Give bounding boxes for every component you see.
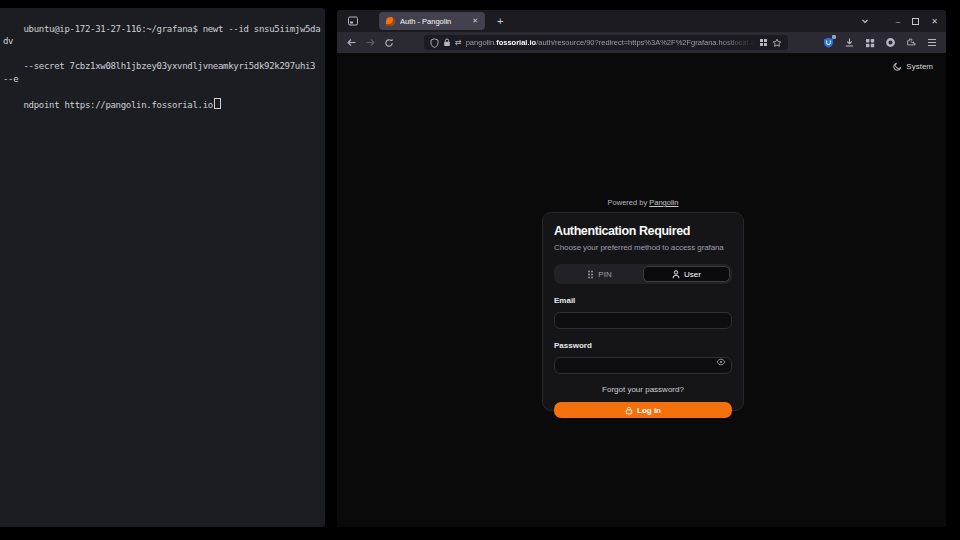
card-subtitle: Choose your preferred method to access g… — [554, 243, 732, 252]
new-tab-button[interactable]: + — [497, 16, 503, 27]
downloads-icon[interactable] — [844, 37, 855, 48]
login-lock-icon — [625, 406, 633, 415]
url-domain: fossorial.io — [496, 38, 536, 47]
theme-toggle[interactable]: System — [893, 62, 933, 71]
password-field[interactable] — [554, 357, 732, 374]
auth-column: Powered by Pangolin Authentication Requi… — [542, 198, 744, 411]
toolbar-extension-icons — [823, 37, 937, 48]
browser-toolbar: ⇄ pangolin.fossorial.io/auth/resource/90… — [337, 32, 946, 53]
desktop: ubuntu@ip-172-31-27-116:~/grafana$ newt … — [0, 0, 960, 540]
tab-bar: Auth - Pangolin ✕ + – ✕ — [337, 10, 946, 32]
back-button[interactable] — [346, 38, 357, 47]
url-subdomain: pangolin. — [466, 38, 496, 47]
extensions-puzzle-icon[interactable] — [906, 37, 917, 48]
theme-label: System — [906, 62, 933, 71]
lock-icon[interactable] — [443, 38, 451, 47]
window-maximize-button[interactable] — [912, 18, 919, 25]
window-minimize-button[interactable]: – — [896, 17, 900, 26]
show-password-eye-icon[interactable] — [716, 358, 726, 366]
tab-pin[interactable]: PIN — [556, 266, 643, 282]
email-field[interactable] — [554, 312, 732, 329]
login-button-label: Log in — [637, 406, 661, 415]
tracking-protection-shield-icon[interactable] — [430, 38, 439, 48]
terminal-cursor — [214, 98, 221, 109]
ring-extension-icon[interactable] — [885, 37, 896, 48]
auth-page: System Powered by Pangolin Authenticatio… — [337, 53, 946, 527]
auth-method-tabs: PIN User — [554, 264, 732, 284]
extension-grid-icon[interactable] — [865, 38, 875, 48]
ublock-origin-icon[interactable] — [823, 37, 834, 48]
card-title: Authentication Required — [554, 224, 732, 238]
window-close-button[interactable]: ✕ — [931, 17, 938, 26]
url-bar[interactable]: ⇄ pangolin.fossorial.io/auth/resource/90… — [424, 35, 788, 50]
reload-button[interactable] — [384, 38, 394, 48]
tab-user[interactable]: User — [643, 266, 730, 282]
ublock-badge — [832, 35, 836, 39]
powered-by: Powered by Pangolin — [542, 198, 744, 212]
password-label: Password — [554, 341, 732, 350]
firefox-view-icon[interactable] — [347, 15, 359, 27]
login-button[interactable]: Log in — [554, 402, 732, 418]
switch-icon[interactable]: ⇄ — [455, 39, 462, 47]
moon-icon — [893, 62, 902, 71]
terminal-line: --secret 7cbz1xw08lh1jbzey03yxvndljvneam… — [3, 61, 320, 84]
pangolin-link[interactable]: Pangolin — [649, 198, 678, 207]
list-tabs-chevron-icon[interactable] — [860, 16, 870, 26]
page-actions-grid-icon[interactable] — [759, 38, 768, 47]
forward-button[interactable] — [365, 38, 376, 47]
browser-tab-auth-pangolin[interactable]: Auth - Pangolin ✕ — [379, 12, 485, 30]
pangolin-favicon-icon — [386, 17, 395, 26]
tab-title: Auth - Pangolin — [400, 17, 467, 26]
tab-pin-label: PIN — [598, 270, 611, 279]
keypad-icon — [587, 270, 594, 279]
tab-close-icon[interactable]: ✕ — [472, 17, 478, 25]
browser-window: Auth - Pangolin ✕ + – ✕ — [337, 10, 946, 527]
forgot-password-link[interactable]: Forgot your password? — [554, 385, 732, 394]
terminal-window[interactable]: ubuntu@ip-172-31-27-116:~/grafana$ newt … — [0, 8, 325, 527]
user-icon — [672, 270, 680, 279]
auth-card: Authentication Required Choose your pref… — [542, 212, 744, 411]
menu-hamburger-icon[interactable] — [927, 38, 937, 47]
tab-user-label: User — [684, 270, 701, 279]
url-text[interactable]: pangolin.fossorial.io/auth/resource/90?r… — [466, 38, 755, 47]
email-label: Email — [554, 296, 732, 305]
terminal-line: ndpoint https://pangolin.fossorial.io — [23, 100, 212, 110]
url-path: /auth/resource/90?redirect=https%3A%2F%2… — [536, 38, 755, 47]
powered-by-text: Powered by — [608, 198, 648, 207]
terminal-line: ubuntu@ip-172-31-27-116:~/grafana$ newt … — [3, 24, 320, 47]
bookmark-star-icon[interactable] — [772, 38, 782, 48]
